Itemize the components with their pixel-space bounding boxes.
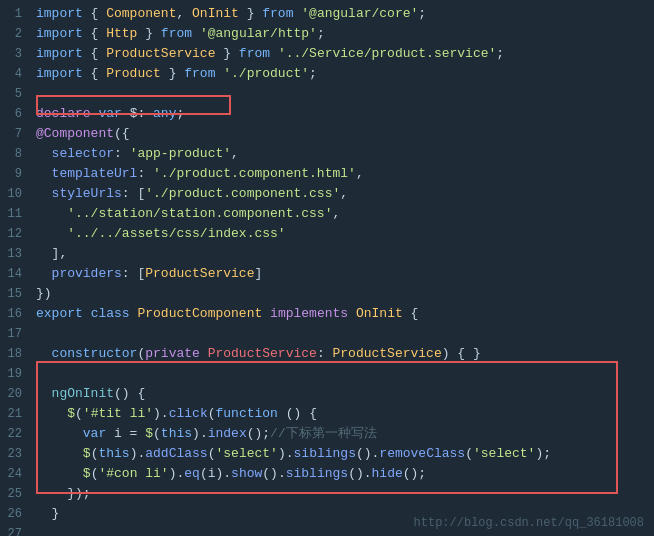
code-line: 5 [0, 84, 654, 104]
token: providers [36, 266, 122, 281]
token: : [317, 346, 333, 361]
line-number: 19 [0, 365, 32, 384]
line-content [32, 364, 654, 383]
token: () { [278, 406, 317, 421]
token: ProductService [106, 46, 215, 61]
token: './product.component.html' [153, 166, 356, 181]
line-number: 16 [0, 305, 32, 324]
code-line: 8 selector: 'app-product', [0, 144, 654, 164]
line-number: 1 [0, 5, 32, 24]
token: ( [208, 446, 216, 461]
token: { [83, 46, 106, 61]
code-line: 18 constructor(private ProductService: P… [0, 344, 654, 364]
token: { [83, 6, 106, 21]
code-line: 24 $('#con li').eq(i).show().siblings().… [0, 464, 654, 484]
token: ( [75, 406, 83, 421]
token: , [332, 206, 340, 221]
token: OnInit [356, 306, 403, 321]
line-content: ngOnInit() { [32, 384, 654, 403]
token: } [215, 46, 238, 61]
line-number: 27 [0, 525, 32, 536]
token: Product [106, 66, 161, 81]
token: siblings [294, 446, 356, 461]
line-number: 4 [0, 65, 32, 84]
token: ; [176, 106, 184, 121]
token [36, 406, 67, 421]
token [262, 306, 270, 321]
token: from [184, 66, 215, 81]
line-number: 7 [0, 125, 32, 144]
line-number: 23 [0, 445, 32, 464]
token: ngOnInit [36, 386, 114, 401]
token: : [114, 146, 130, 161]
token: 'select' [216, 446, 278, 461]
line-number: 25 [0, 485, 32, 504]
token: { [83, 26, 106, 41]
line-number: 10 [0, 185, 32, 204]
token: : [137, 166, 153, 181]
token: Http [106, 26, 137, 41]
token: () { [114, 386, 145, 401]
token [83, 306, 91, 321]
token: ; [317, 26, 325, 41]
line-content: providers: [ProductService] [32, 264, 654, 283]
token: (); [403, 466, 426, 481]
token [36, 466, 83, 481]
watermark: http://blog.csdn.net/qq_36181008 [414, 516, 644, 530]
token: @Component [36, 126, 114, 141]
token: } [239, 6, 262, 21]
code-line: 15}) [0, 284, 654, 304]
token: ; [418, 6, 426, 21]
code-line: 1import { Component, OnInit } from '@ang… [0, 4, 654, 24]
token: , [231, 146, 239, 161]
line-content: constructor(private ProductService: Prod… [32, 344, 654, 363]
token: ProductService [332, 346, 441, 361]
line-content: export class ProductComponent implements… [32, 304, 654, 323]
token: $: [122, 106, 153, 121]
token: removeClass [379, 446, 465, 461]
line-content: @Component({ [32, 124, 654, 143]
code-line: 13 ], [0, 244, 654, 264]
token: selector [36, 146, 114, 161]
code-editor: 1import { Component, OnInit } from '@ang… [0, 0, 654, 536]
code-line: 2import { Http } from '@angular/http'; [0, 24, 654, 44]
line-content: }); [32, 484, 654, 503]
line-number: 14 [0, 265, 32, 284]
token: templateUrl [36, 166, 137, 181]
token: i = [106, 426, 145, 441]
token: ] [254, 266, 262, 281]
token: '../Service/product.service' [278, 46, 496, 61]
token: ). [169, 466, 185, 481]
token: , [340, 186, 348, 201]
token: { [83, 66, 106, 81]
line-content: $('#con li').eq(i).show().siblings().hid… [32, 464, 654, 483]
line-number: 13 [0, 245, 32, 264]
token: import [36, 66, 83, 81]
token: (i). [200, 466, 231, 481]
line-number: 12 [0, 225, 32, 244]
token: import [36, 46, 83, 61]
code-line: 10 styleUrls: ['./product.component.css'… [0, 184, 654, 204]
line-number: 6 [0, 105, 32, 124]
token: '#con li' [98, 466, 168, 481]
token: 'app-product' [130, 146, 231, 161]
code-line: 23 $(this).addClass('select').siblings()… [0, 444, 654, 464]
token: implements [270, 306, 348, 321]
line-content: import { ProductService } from '../Servi… [32, 44, 654, 63]
token: Component [106, 6, 176, 21]
code-line: 21 $('#tit li').click(function () { [0, 404, 654, 424]
token: : [ [122, 266, 145, 281]
line-number: 15 [0, 285, 32, 304]
token: '@angular/http' [200, 26, 317, 41]
code-line: 6declare var $: any; [0, 104, 654, 124]
token [36, 226, 67, 241]
token: ; [309, 66, 317, 81]
token [348, 306, 356, 321]
token [36, 446, 83, 461]
token: '#tit li' [83, 406, 153, 421]
token: import [36, 26, 83, 41]
token: ProductService [208, 346, 317, 361]
token: (). [262, 466, 285, 481]
token: }); [36, 486, 91, 501]
token [36, 206, 67, 221]
